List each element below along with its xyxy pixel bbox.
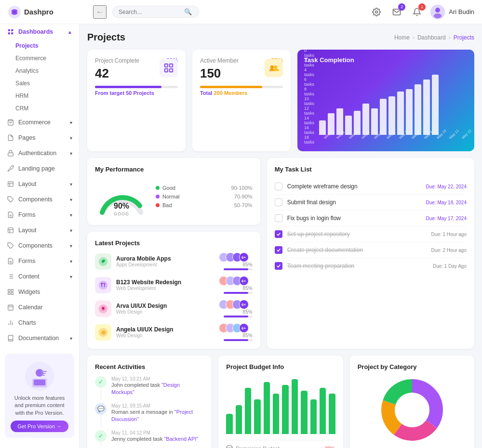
activity-3: ✓ May 11, 04:12 PM Jenny completed task … [95, 430, 204, 443]
task-check-2[interactable] [275, 198, 282, 206]
perf-title: My Performance [95, 166, 253, 173]
task-text-6: Team meeting preparation [287, 263, 428, 269]
page-header: Projects Home › Dashboard › Projects [87, 32, 474, 43]
sidebar-item-forms2[interactable]: Forms ▾ [0, 253, 79, 269]
legend-bad: Bad 50-70% [156, 202, 253, 208]
bell-button[interactable]: 1 [410, 5, 424, 19]
svg-rect-30 [8, 290, 10, 291]
svg-rect-48 [165, 64, 168, 66]
forms1-icon [7, 211, 14, 219]
sidebar-item-components1[interactable]: Components ▾ [0, 192, 79, 207]
task-check-3[interactable] [275, 214, 282, 222]
back-button[interactable]: ← [93, 5, 107, 19]
chart-icon [7, 319, 14, 327]
lock-icon [7, 149, 14, 157]
sidebar-subitem-hrm[interactable]: HRM [0, 90, 79, 102]
sidebar-item-charts[interactable]: Charts [0, 315, 79, 330]
project-row-4: Angela UI/UX Design Web Design 6+ 85% [95, 323, 253, 341]
components2-label: Components [18, 242, 53, 249]
budget-bar [245, 388, 251, 434]
search-icon: 🔍 [184, 8, 192, 15]
sidebar-item-landing[interactable]: Landing page [0, 161, 79, 176]
chevron-layout1-icon: ▾ [70, 182, 72, 187]
sidebar-item-forms1[interactable]: Forms ▾ [0, 207, 79, 223]
settings-button[interactable] [370, 5, 383, 19]
search-box[interactable]: 🔍 [112, 6, 199, 18]
sidebar-item-dashboards[interactable]: Dashboards ▲ [0, 24, 79, 40]
sidebar-subitem-projects[interactable]: Projects [0, 40, 79, 52]
dashboards-label: Dashboards [18, 28, 53, 35]
sidebar-subitem-sales[interactable]: Sales [0, 77, 79, 90]
chevron-layout2-icon: ▾ [70, 228, 72, 233]
task-item-2: Submit final design Due: May 18, 2024 [275, 195, 467, 211]
task-bar [415, 84, 421, 135]
sidebar-item-layout1[interactable]: Layout ▾ [0, 176, 79, 192]
sidebar-subitem-analytics[interactable]: Analytics [0, 65, 79, 77]
legend-good: Good 90-100% [156, 185, 253, 191]
user-menu[interactable]: Ari Budin [430, 5, 474, 19]
task-check-6[interactable] [275, 262, 282, 270]
svg-rect-12 [8, 182, 13, 187]
task-text-4: Set up project repository [287, 231, 427, 237]
pro-version-button[interactable]: Get Pro Version → [11, 421, 68, 432]
mail-badge: 2 [398, 3, 405, 11]
svg-rect-11 [8, 153, 13, 156]
mail-button[interactable]: 2 [390, 5, 403, 19]
svg-rect-18 [8, 228, 13, 233]
task-text-3: Fix bugs in login flow [287, 215, 421, 222]
members-note: Total 200 Members [200, 90, 283, 96]
sidebar-item-layout2[interactable]: Layout ▾ [0, 223, 79, 238]
task-check-5[interactable] [275, 246, 282, 254]
budget-bar [273, 394, 279, 434]
logo-icon [8, 5, 21, 19]
sidebar-item-widgets[interactable]: Widgets [0, 284, 79, 300]
second-row: My Performance 90% GOOD [87, 158, 474, 349]
members-progress [200, 86, 283, 88]
sidebar-item-components2[interactable]: Components ▾ [0, 238, 79, 253]
sidebar-subitem-ecommerce[interactable]: Ecommerce [0, 52, 79, 65]
breadcrumb: Home › Dashboard › Projects [394, 34, 474, 41]
svg-rect-33 [8, 292, 10, 294]
breadcrumb-dashboard[interactable]: Dashboard [417, 34, 446, 41]
project-row-3: Arva UI/UX Design Web Design 6+ 85% [95, 300, 253, 317]
svg-text:90%: 90% [114, 202, 129, 210]
sidebar-item-authentication[interactable]: Authentication ▾ [0, 145, 79, 161]
task-bar [406, 89, 413, 135]
sidebar-item-pages[interactable]: Pages ▾ [0, 130, 79, 145]
breadcrumb-home[interactable]: Home [394, 34, 410, 41]
act-link-3[interactable]: "Backend API" [164, 436, 198, 442]
task-check-4[interactable] [275, 230, 282, 238]
svg-point-68 [395, 393, 429, 427]
stats-row: Project Complete 80% 42 From target 50 P… [87, 50, 474, 151]
breadcrumb-sep1: › [413, 34, 415, 41]
svg-rect-31 [11, 290, 13, 291]
legend-normal: Normal 70-90% [156, 194, 253, 199]
file-icon [7, 134, 14, 142]
sidebar-item-documentation[interactable]: Documentation ▾ [0, 330, 79, 346]
latest-projects-title: Latest Projects [95, 239, 253, 247]
task-bar [388, 96, 395, 135]
layout1-label: Layout [18, 181, 37, 187]
budget-bar [254, 399, 260, 434]
authentication-label: Authentication [18, 150, 56, 157]
act-link-1[interactable]: "Design Mockups" [111, 382, 180, 395]
sidebar-item-ecommerce[interactable]: Ecommerce ▾ [0, 115, 79, 130]
chevron-pages-icon: ▾ [70, 135, 72, 141]
remaining-budget: 💬 Remaining Budget ↓ 20% $20,000 [226, 445, 335, 448]
third-row: Recent Activities ✓ May 12, 10:21 AM Joh… [87, 356, 474, 448]
docs-icon [7, 334, 14, 342]
search-input[interactable] [119, 9, 181, 15]
sidebar-item-calendar[interactable]: Calendar [0, 300, 79, 315]
svg-rect-43 [34, 380, 45, 385]
task-bar [397, 92, 404, 135]
sidebar-subitem-crm[interactable]: CRM [0, 102, 79, 115]
chevron-comp1-icon: ▾ [70, 197, 72, 202]
project-row-1: Aurora Mobile Apps Apps Development 6+ 8… [95, 252, 253, 270]
project-right-3: 6+ 85% [219, 300, 253, 317]
act-link-2[interactable]: "Project Discussion" [111, 409, 193, 422]
task-check-1[interactable] [275, 183, 282, 190]
sidebar-item-content[interactable]: Content ▾ [0, 269, 79, 284]
task-bar [432, 75, 439, 135]
logo: Dashpro [8, 5, 87, 19]
charts-label: Charts [18, 319, 36, 326]
